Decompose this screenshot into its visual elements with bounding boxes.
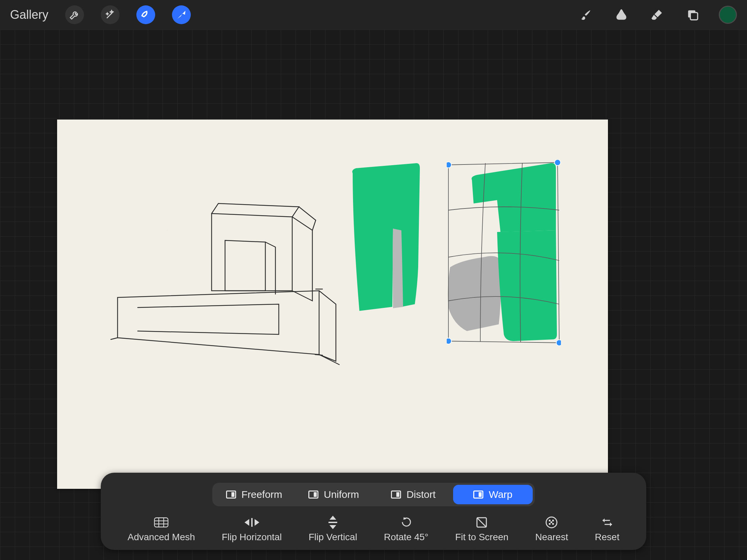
svg-rect-12 [552,520,554,522]
transform-tool-icon[interactable] [172,5,191,24]
reset-icon [600,517,615,528]
action-label: Reset [595,532,619,542]
action-label: Flip Horizontal [222,532,282,542]
color-swatch[interactable] [719,6,737,24]
uniform-icon [308,490,318,499]
action-fit-to-screen[interactable]: Fit to Screen [455,517,509,542]
mode-label: Uniform [324,489,359,500]
svg-rect-11 [549,520,550,522]
distort-icon [391,490,401,499]
svg-rect-13 [550,522,552,523]
action-flip-horizontal[interactable]: Flip Horizontal [222,517,282,542]
building-sketch [104,146,346,381]
transform-mode-segment: Freeform Uniform Distort Warp [212,483,535,506]
action-label: Advanced Mesh [128,532,195,542]
svg-point-2 [447,162,452,168]
action-label: Rotate 45° [384,532,429,542]
brush-icon[interactable] [576,5,595,24]
nearest-icon [544,517,559,528]
svg-rect-15 [552,523,554,525]
svg-point-5 [447,338,452,344]
mode-distort[interactable]: Distort [374,485,453,504]
svg-rect-7 [251,518,253,527]
wrench-icon[interactable] [65,5,84,24]
svg-rect-1 [690,12,698,20]
mode-freeform[interactable]: Freeform [214,485,294,504]
selection-tool-icon[interactable] [136,5,155,24]
mode-label: Warp [489,489,513,500]
svg-rect-8 [329,522,337,523]
top-toolbar: Gallery [0,0,747,30]
svg-rect-6 [155,518,168,527]
flip-horizontal-icon [244,517,259,528]
layers-icon[interactable] [683,5,702,24]
action-label: Nearest [535,532,568,542]
svg-point-3 [555,160,561,165]
freeform-icon [226,490,236,499]
mode-uniform[interactable]: Uniform [294,485,374,504]
rotate-icon [399,517,413,528]
action-rotate-45[interactable]: Rotate 45° [384,517,429,542]
action-flip-vertical[interactable]: Flip Vertical [309,517,357,542]
advanced-mesh-icon [154,517,169,528]
warp-mesh-icon [447,160,561,348]
green-shape-1 [349,163,437,324]
svg-rect-14 [549,523,550,525]
transform-panel: Freeform Uniform Distort Warp Advanced M… [101,473,646,550]
svg-point-4 [556,340,561,346]
gallery-button[interactable]: Gallery [10,8,48,22]
smudge-icon[interactable] [612,5,631,24]
transform-actions: Advanced Mesh Flip Horizontal Flip Verti… [114,517,633,542]
toolbar-right [576,5,737,24]
action-nearest[interactable]: Nearest [535,517,568,542]
action-label: Flip Vertical [309,532,357,542]
warp-icon [473,490,483,499]
magic-wand-icon[interactable] [101,5,120,24]
toolbar-left: Gallery [10,5,191,24]
action-label: Fit to Screen [455,532,509,542]
canvas-paper[interactable] [57,119,608,489]
eraser-icon[interactable] [648,5,666,24]
warp-selection[interactable] [447,160,561,348]
flip-vertical-icon [326,517,340,528]
action-advanced-mesh[interactable]: Advanced Mesh [128,517,195,542]
fit-to-screen-icon [474,517,489,528]
mode-label: Freeform [241,489,282,500]
mode-warp[interactable]: Warp [453,485,533,504]
mode-label: Distort [406,489,436,500]
action-reset[interactable]: Reset [595,517,619,542]
